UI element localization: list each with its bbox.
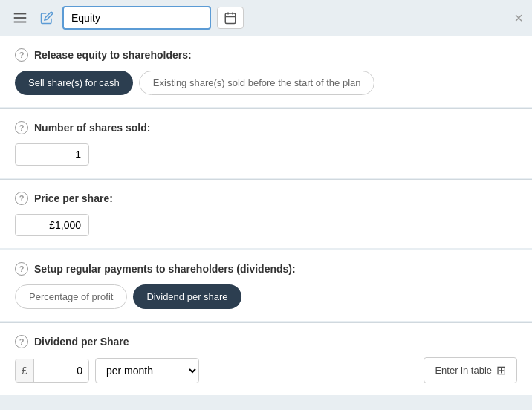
dividend-per-share-help-icon[interactable]: ? [15, 335, 28, 348]
top-bar: × [0, 0, 532, 36]
edit-icon [40, 11, 53, 25]
dividend-amount-wrap: £ [15, 359, 89, 383]
release-equity-help-icon[interactable]: ? [15, 48, 28, 62]
shares-sold-header: ? Number of shares sold: [15, 121, 517, 134]
shares-sold-input[interactable] [15, 143, 89, 166]
dividends-label: Setup regular payments to shareholders (… [34, 263, 296, 275]
price-per-share-help-icon[interactable]: ? [15, 192, 28, 205]
dividends-section: ? Setup regular payments to shareholders… [0, 250, 532, 321]
enter-table-label: Enter in table [435, 365, 492, 376]
release-equity-label: Release equity to shareholders: [34, 49, 192, 61]
edit-button[interactable] [37, 8, 56, 27]
dividend-input-row: £ per month per quarter per year Enter i… [15, 357, 517, 383]
dividends-help-icon[interactable]: ? [15, 262, 28, 276]
title-input[interactable] [62, 6, 211, 30]
release-equity-header: ? Release equity to shareholders: [15, 48, 517, 62]
shares-sold-section: ? Number of shares sold: [0, 108, 532, 178]
price-per-share-label: Price per share: [34, 192, 113, 204]
dividends-header: ? Setup regular payments to shareholders… [15, 262, 517, 276]
dividend-amount-input[interactable] [34, 359, 88, 382]
sell-shares-button[interactable]: Sell share(s) for cash [15, 71, 133, 95]
price-per-share-input[interactable] [15, 214, 89, 236]
dividend-per-share-section: ? Dividend per Share £ per month per qua… [0, 322, 532, 395]
enter-table-button[interactable]: Enter in table ⊞ [424, 357, 517, 383]
percentage-profit-button[interactable]: Percentage of profit [15, 284, 127, 309]
dividends-buttons: Percentage of profit Dividend per share [15, 284, 517, 309]
dividend-per-share-header: ? Dividend per Share [15, 335, 517, 348]
dividend-per-share-button[interactable]: Dividend per share [133, 284, 241, 309]
menu-icon [12, 10, 28, 26]
existing-shares-button[interactable]: Existing share(s) sold before the start … [139, 71, 375, 95]
release-equity-section: ? Release equity to shareholders: Sell s… [0, 36, 532, 107]
calendar-icon [224, 11, 237, 25]
price-per-share-header: ? Price per share: [15, 192, 517, 205]
release-equity-buttons: Sell share(s) for cash Existing share(s)… [15, 71, 517, 95]
calendar-button[interactable] [217, 7, 244, 29]
shares-sold-help-icon[interactable]: ? [15, 121, 28, 134]
svg-rect-3 [225, 13, 236, 24]
menu-button[interactable] [9, 7, 31, 29]
dividend-per-share-label: Dividend per Share [34, 336, 129, 348]
shares-sold-label: Number of shares sold: [34, 122, 150, 134]
close-button[interactable]: × [514, 10, 523, 27]
price-per-share-section: ? Price per share: [0, 179, 532, 248]
currency-symbol: £ [16, 359, 34, 382]
period-select[interactable]: per month per quarter per year [95, 358, 199, 383]
grid-icon: ⊞ [496, 363, 506, 377]
